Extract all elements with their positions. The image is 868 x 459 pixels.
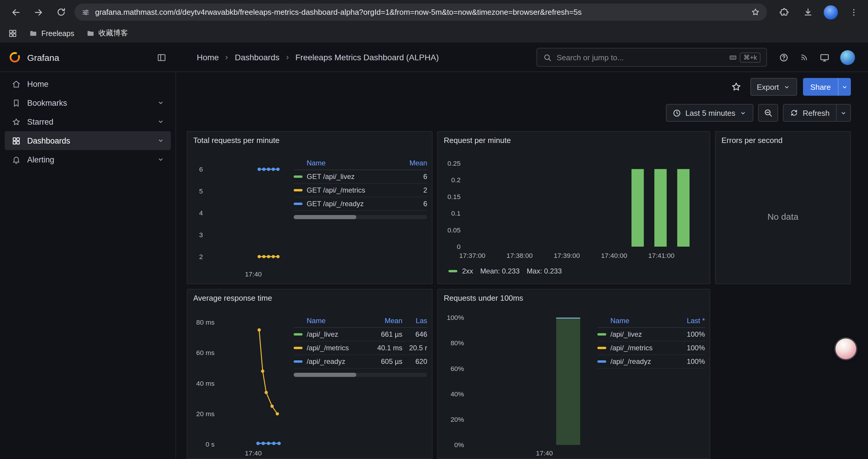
svg-text:17:40:00: 17:40:00	[601, 252, 627, 259]
legend-row[interactable]: /api/_/metrics100%	[597, 341, 705, 355]
sidebar-item-dashboards[interactable]: Dashboards	[5, 131, 171, 150]
svg-text:17:40: 17:40	[536, 449, 553, 457]
refresh-button-group: Refresh	[783, 104, 851, 122]
legend-header: NameLast *	[597, 314, 705, 328]
apps-icon	[9, 136, 23, 145]
share-button-group: Share	[803, 78, 851, 96]
extensions-icon[interactable]	[775, 3, 793, 21]
svg-text:17:39:00: 17:39:00	[554, 252, 580, 259]
help-icon[interactable]	[779, 52, 789, 62]
svg-text:4: 4	[199, 209, 203, 217]
bookmark-item[interactable]: Freeleaps	[29, 29, 74, 38]
search-input[interactable]	[557, 53, 729, 62]
bookmark-star-icon[interactable]	[751, 8, 760, 17]
sidebar-item-home[interactable]: Home	[5, 74, 171, 93]
browser-toolbar: grafana.mathmast.com/d/deytv4rwavabkb/fr…	[0, 0, 868, 24]
forward-icon[interactable]	[30, 3, 47, 21]
legend-column-name[interactable]: Name	[610, 317, 673, 325]
series-value: 100%	[673, 330, 705, 338]
sidebar: HomeBookmarksStarredDashboardsAlerting	[0, 72, 176, 459]
favorite-star-icon[interactable]	[728, 78, 744, 95]
legend-row[interactable]: /api/_livez100%	[597, 328, 705, 341]
legend-row[interactable]: GET /api/_/metrics2	[294, 184, 427, 197]
search-box[interactable]: ⌘+k	[536, 48, 767, 67]
chevron-down-icon	[840, 109, 847, 117]
reload-icon[interactable]	[52, 3, 70, 21]
breadcrumb-item[interactable]: Dashboards	[235, 53, 279, 62]
share-menu-button[interactable]	[838, 78, 851, 96]
bookmarks-bar: Freeleaps收藏博客	[0, 24, 868, 43]
panel-title[interactable]: Errors per second	[721, 136, 783, 145]
kiosk-monitor-icon[interactable]	[819, 52, 830, 62]
legend-scrollbar[interactable]	[294, 215, 427, 219]
legend-table: NameLast */api/_livez100%/api/_/metrics1…	[597, 314, 705, 369]
sidebar-item-starred[interactable]: Starred	[5, 112, 171, 131]
share-label: Share	[810, 83, 831, 91]
share-button[interactable]: Share	[803, 78, 838, 96]
export-button[interactable]: Export	[750, 78, 797, 96]
time-range-picker[interactable]: Last 5 minutes	[666, 104, 754, 122]
series-name[interactable]: /api/_/readyz	[610, 357, 673, 366]
scrollbar-thumb[interactable]	[294, 215, 356, 219]
panel-total-requests-per-minute: Total requests per minute 6543217:40 Nam…	[187, 131, 433, 284]
svg-text:0: 0	[457, 243, 461, 251]
news-rss-icon[interactable]	[800, 53, 809, 62]
chevron-down-icon[interactable]	[157, 118, 165, 126]
legend-row[interactable]: GET /api/_/readyz6	[294, 197, 427, 211]
user-avatar[interactable]	[840, 50, 855, 65]
browser-menu-icon[interactable]	[845, 3, 863, 21]
series-name[interactable]: GET /api/_livez	[307, 172, 401, 181]
series-name[interactable]: GET /api/_/metrics	[307, 186, 401, 194]
zoom-out-button[interactable]	[758, 104, 778, 122]
sidebar-item-alerting[interactable]: Alerting	[5, 150, 171, 169]
dock-menu-icon[interactable]	[157, 52, 167, 62]
bookmark-item[interactable]: 收藏博客	[86, 28, 128, 38]
legend-row[interactable]: /api/_/readyz100%	[597, 355, 705, 369]
export-label: Export	[756, 83, 779, 91]
series-name[interactable]: /api/_/metrics	[610, 344, 673, 352]
chevron-down-icon[interactable]	[157, 136, 165, 145]
legend-row[interactable]: GET /api/_livez6	[294, 170, 427, 184]
browser-profile-avatar[interactable]	[824, 5, 838, 19]
series-name[interactable]: 2xx	[462, 267, 473, 275]
legend-row[interactable]: /api/_/metrics40.1 ms20.5 r	[294, 341, 427, 355]
url-bar[interactable]: grafana.mathmast.com/d/deytv4rwavabkb/fr…	[74, 4, 767, 21]
legend-column-name[interactable]: Name	[307, 159, 401, 167]
legend-column-name[interactable]: Name	[307, 317, 366, 325]
apps-shortcut-icon[interactable]	[8, 29, 17, 38]
series-name[interactable]: /api/_livez	[307, 330, 366, 338]
refresh-interval-button[interactable]	[837, 104, 851, 122]
legend: 2xx Mean: 0.233 Max: 0.233	[448, 265, 562, 277]
site-settings-icon[interactable]	[82, 8, 90, 16]
bell-icon	[9, 155, 23, 164]
legend-row[interactable]: /api/_readyz605 µs620	[294, 355, 427, 369]
series-name[interactable]: /api/_readyz	[307, 357, 366, 366]
time-controls: Last 5 minutes Refresh	[666, 104, 851, 122]
series-value: 2	[401, 186, 427, 194]
series-name[interactable]: GET /api/_/readyz	[307, 200, 401, 208]
grafana-logo[interactable]	[8, 51, 21, 64]
svg-text:20%: 20%	[451, 416, 464, 423]
breadcrumb-current[interactable]: Freeleaps Metrics Dashboard (ALPHA)	[296, 53, 439, 62]
sidebar-item-bookmarks[interactable]: Bookmarks	[5, 93, 171, 112]
legend-column-mean[interactable]: Mean	[366, 317, 402, 325]
legend-column-last[interactable]: Last *	[673, 317, 705, 325]
back-icon[interactable]	[7, 3, 25, 21]
legend-column-las[interactable]: Las	[402, 317, 427, 325]
svg-text:60 ms: 60 ms	[196, 349, 215, 357]
series-name[interactable]: /api/_livez	[610, 330, 673, 338]
svg-text:0%: 0%	[454, 441, 464, 449]
legend-scrollbar[interactable]	[294, 373, 427, 377]
chevron-down-icon[interactable]	[157, 155, 165, 164]
scrollbar-thumb[interactable]	[294, 373, 356, 377]
breadcrumb-item[interactable]: Home	[197, 53, 219, 62]
chevron-down-icon[interactable]	[157, 99, 165, 107]
floating-avatar[interactable]	[836, 338, 856, 359]
legend-row[interactable]: /api/_livez661 µs646	[294, 328, 427, 341]
svg-text:17:41:00: 17:41:00	[648, 252, 675, 259]
legend-column-mean[interactable]: Mean	[401, 159, 427, 167]
series-name[interactable]: /api/_/metrics	[307, 344, 366, 352]
downloads-icon[interactable]	[799, 3, 816, 21]
refresh-button[interactable]: Refresh	[783, 104, 837, 122]
url-text[interactable]: grafana.mathmast.com/d/deytv4rwavabkb/fr…	[95, 8, 751, 17]
